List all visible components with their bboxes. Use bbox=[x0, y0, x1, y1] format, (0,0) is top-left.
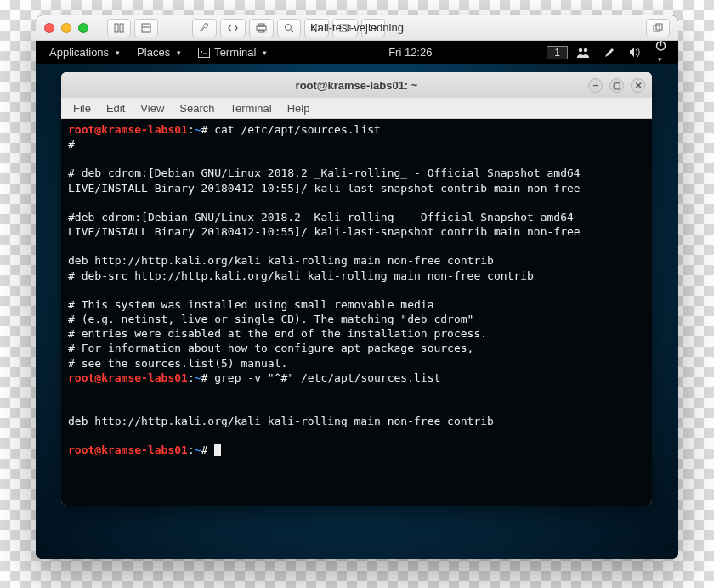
applications-menu[interactable]: Applications bbox=[42, 43, 127, 61]
svg-rect-12 bbox=[199, 48, 210, 57]
close-button[interactable] bbox=[44, 23, 54, 33]
menu-edit[interactable]: Edit bbox=[99, 99, 132, 117]
svg-point-7 bbox=[286, 24, 292, 30]
output-line: # (e.g. netinst, live or single CD). The… bbox=[68, 313, 473, 325]
terminal-titlebar[interactable]: root@kramse-labs01: ~ – ▢ ✕ bbox=[61, 72, 652, 98]
power-menu[interactable] bbox=[650, 37, 672, 67]
volume-icon[interactable] bbox=[304, 19, 329, 37]
wrench-icon[interactable] bbox=[192, 19, 217, 37]
panes-icon[interactable] bbox=[107, 19, 131, 37]
search-zoom-icon[interactable] bbox=[277, 19, 301, 37]
output-line: deb http://http.kali.org/kali kali-rolli… bbox=[68, 254, 494, 267]
output-line: # deb-src http://http.kali.org/kali kali… bbox=[68, 269, 534, 282]
prompt-user: root@kramse-labs01 bbox=[68, 123, 188, 136]
terminal-menubar: File Edit View Search Terminal Help bbox=[61, 98, 652, 119]
menu-search[interactable]: Search bbox=[173, 99, 221, 117]
output-line: # For information about how to configure… bbox=[68, 342, 473, 354]
output-line: deb http://http.kali.org/kali kali-rolli… bbox=[68, 415, 494, 427]
brush-icon[interactable] bbox=[598, 44, 620, 61]
svg-rect-2 bbox=[142, 24, 150, 32]
workspace-indicator[interactable]: 1 bbox=[547, 46, 568, 59]
command-2: grep -v "^#" /etc/apt/sources.list bbox=[214, 371, 440, 384]
menu-terminal[interactable]: Terminal bbox=[224, 99, 279, 117]
menu-view[interactable]: View bbox=[133, 99, 171, 117]
printer-icon[interactable] bbox=[249, 19, 274, 37]
close-icon[interactable]: ✕ bbox=[631, 78, 645, 93]
terminal-app-menu[interactable]: Terminal bbox=[191, 43, 274, 61]
minimize-icon[interactable]: – bbox=[588, 78, 603, 93]
terminal-output[interactable]: root@kramse-labs01:~# cat /etc/apt/sourc… bbox=[61, 119, 652, 506]
overflow-icon[interactable] bbox=[361, 19, 385, 37]
output-line: # entries were disabled at the end of th… bbox=[68, 327, 487, 340]
svg-line-8 bbox=[291, 30, 293, 32]
traffic-lights bbox=[44, 23, 88, 33]
svg-point-14 bbox=[584, 48, 587, 52]
svg-rect-9 bbox=[340, 25, 348, 31]
output-line: # This system was installed using small … bbox=[68, 298, 434, 311]
output-line: # see the sources.list(5) manual. bbox=[68, 357, 287, 370]
clock[interactable]: Fri 12:26 bbox=[380, 43, 440, 61]
camera-icon[interactable] bbox=[332, 19, 358, 37]
zoom-button[interactable] bbox=[78, 23, 88, 33]
terminal-title: root@kramse-labs01: ~ bbox=[296, 79, 418, 92]
users-icon[interactable] bbox=[571, 44, 595, 60]
svg-rect-0 bbox=[115, 24, 118, 32]
output-line: # bbox=[68, 138, 75, 150]
macos-vm-window: Kali-test-vejledning Applications Places… bbox=[36, 15, 678, 559]
svg-point-13 bbox=[579, 48, 582, 52]
sound-icon[interactable] bbox=[624, 44, 647, 60]
menu-file[interactable]: File bbox=[66, 99, 98, 117]
window-overlap-icon[interactable] bbox=[646, 19, 670, 37]
menu-help[interactable]: Help bbox=[280, 99, 317, 117]
minimize-button[interactable] bbox=[61, 23, 71, 33]
cursor bbox=[214, 444, 221, 456]
macos-titlebar: Kali-test-vejledning bbox=[36, 15, 678, 41]
output-line: # deb cdrom:[Debian GNU/Linux 2018.2 _Ka… bbox=[68, 167, 586, 194]
terminal-window: root@kramse-labs01: ~ – ▢ ✕ File Edit Vi… bbox=[61, 72, 652, 506]
gnome-desktop: root@kramse-labs01: ~ – ▢ ✕ File Edit Vi… bbox=[36, 64, 678, 559]
places-menu[interactable]: Places bbox=[130, 43, 188, 61]
svg-rect-1 bbox=[120, 24, 123, 32]
terminal-icon bbox=[198, 48, 210, 58]
gnome-top-bar: Applications Places Terminal Fri 12:26 1 bbox=[36, 41, 678, 64]
layout-icon[interactable] bbox=[134, 19, 158, 37]
code-icon[interactable] bbox=[220, 19, 246, 37]
output-line: #deb cdrom:[Debian GNU/Linux 2018.2 _Kal… bbox=[68, 211, 581, 238]
maximize-icon[interactable]: ▢ bbox=[609, 78, 624, 93]
command-1: cat /etc/apt/sources.list bbox=[214, 123, 381, 136]
